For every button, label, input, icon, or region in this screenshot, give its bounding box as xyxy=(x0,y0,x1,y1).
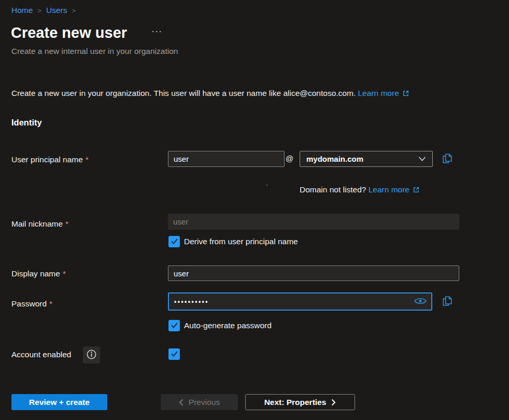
domain-select-value: mydomain.com xyxy=(306,155,363,163)
chevron-down-icon xyxy=(418,157,426,161)
intro-description: Create a new user in your organization. … xyxy=(11,89,356,97)
intro-learn-more-link[interactable]: Learn more xyxy=(358,89,399,97)
domain-note-text: Domain not listed? xyxy=(300,185,366,194)
password-field xyxy=(168,292,432,311)
copy-password-button[interactable] xyxy=(441,295,454,309)
checkmark-icon xyxy=(171,350,178,359)
password-input[interactable] xyxy=(170,298,414,305)
mail-nickname-label: Mail nickname* xyxy=(11,219,68,229)
review-create-button[interactable]: Review + create xyxy=(11,394,107,410)
chevron-left-icon xyxy=(179,399,183,406)
auto-generate-password-checkbox[interactable] xyxy=(168,320,180,331)
next-properties-label: Next: Properties xyxy=(264,398,327,407)
review-create-label: Review + create xyxy=(29,398,90,407)
display-name-input[interactable] xyxy=(168,265,459,281)
copy-icon xyxy=(442,295,453,309)
required-asterisk: * xyxy=(49,299,52,308)
account-enabled-label: Account enabled xyxy=(11,350,71,359)
intro-text: Create a new user in your organization. … xyxy=(11,89,409,99)
required-asterisk: * xyxy=(63,269,66,278)
external-link-icon xyxy=(402,90,409,99)
checkmark-icon xyxy=(171,237,178,246)
display-name-label: Display name* xyxy=(11,269,66,278)
mail-nickname-label-text: Mail nickname xyxy=(11,219,63,228)
derive-from-upn-checkbox[interactable] xyxy=(168,236,180,247)
at-symbol: @ xyxy=(286,154,293,163)
upn-input[interactable] xyxy=(168,151,285,167)
breadcrumb: Home>Users> xyxy=(11,6,80,15)
required-asterisk: * xyxy=(86,155,89,164)
copy-upn-button[interactable] xyxy=(441,152,454,166)
stray-dot xyxy=(266,185,267,186)
copy-icon xyxy=(442,152,453,166)
breadcrumb-separator: > xyxy=(37,7,41,15)
password-label: Password* xyxy=(11,299,52,309)
create-new-user-page: Home>Users> Create new user ··· Create a… xyxy=(0,0,509,420)
auto-generate-password-label: Auto-generate password xyxy=(184,321,272,330)
chevron-right-icon xyxy=(331,399,336,406)
upn-label: User principal name* xyxy=(11,155,89,164)
domain-select[interactable]: mydomain.com xyxy=(300,151,433,167)
identity-section-heading: Identity xyxy=(11,118,42,128)
required-asterisk: * xyxy=(65,219,68,228)
eye-icon xyxy=(414,297,427,307)
breadcrumb-separator: > xyxy=(72,7,76,15)
account-enabled-info-button[interactable] xyxy=(83,346,100,363)
info-icon xyxy=(86,349,97,361)
page-menu-ellipsis-icon[interactable]: ··· xyxy=(152,27,163,36)
external-link-icon xyxy=(413,186,420,195)
mail-nickname-input[interactable] xyxy=(168,214,459,230)
previous-label: Previous xyxy=(189,398,220,407)
password-label-text: Password xyxy=(11,299,47,308)
breadcrumb-home-link[interactable]: Home xyxy=(11,6,33,15)
page-title: Create new user xyxy=(11,24,127,41)
derive-from-upn-label: Derive from user principal name xyxy=(184,237,298,246)
display-name-label-text: Display name xyxy=(11,269,60,278)
next-properties-button[interactable]: Next: Properties xyxy=(245,394,355,410)
upn-label-text: User principal name xyxy=(11,155,83,164)
previous-button[interactable]: Previous xyxy=(161,394,238,410)
domain-learn-more-link[interactable]: Learn more xyxy=(369,185,409,194)
reveal-password-button[interactable] xyxy=(414,297,427,307)
domain-note: Domain not listed? Learn more xyxy=(300,185,420,195)
page-subtitle: Create a new internal user in your organ… xyxy=(11,47,178,56)
checkmark-icon xyxy=(171,321,178,330)
breadcrumb-users-link[interactable]: Users xyxy=(46,6,67,15)
account-enabled-checkbox[interactable] xyxy=(168,348,180,360)
